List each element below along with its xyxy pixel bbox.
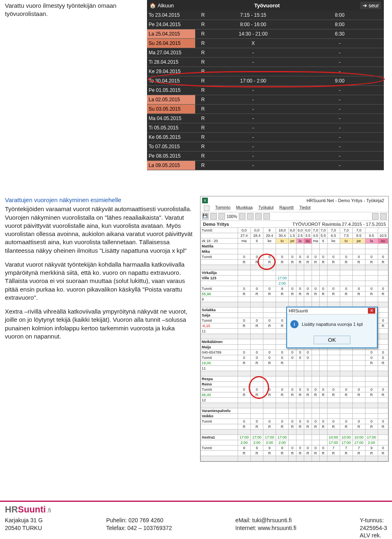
shift-row[interactable]: Ke 29.04.2015R-- [147,67,384,76]
menu-toiminto[interactable]: Toiminto [215,205,230,211]
footer-addr-1: Karjakuja 31 G [5,517,43,524]
mobile-title: Työvuorot [254,2,280,9]
footer-ytunnus-label: Y-tunnus: [360,517,387,524]
paragraph-2: Varatut vuorot näkyvät työntekijän kohda… [5,261,193,302]
tool-icon-7[interactable] [380,213,387,220]
home-icon: 🏠 [149,2,156,9]
shift-row[interactable]: Su 03.05.2015R-- [147,105,384,114]
menu-raportit[interactable]: Raportit [279,205,294,211]
shift-row[interactable]: Ma 27.04.2015R-- [147,48,384,58]
shift-row[interactable]: To 07.05.2015R-- [147,142,384,151]
menu-muokkaa[interactable]: Muokkaa [236,205,253,211]
shift-row[interactable]: Su 26.04.2015RX- [147,39,384,48]
footer-ytunnus-value: 2425954-3 [360,524,387,532]
arrow-right-icon: ➔ [363,2,367,9]
desktop-toolbar[interactable]: 💾 100% [200,212,388,221]
shift-row[interactable]: La 02.05.2015R-- [147,95,384,105]
ok-button[interactable]: OK [314,336,350,344]
tool-icon-3[interactable] [247,213,254,220]
footer-web: Internet: www.hrsuunti.fi [235,524,296,532]
info-modal: HRSuunti ✕ i Lisätty napattuna vuoroja 1… [286,307,378,348]
print-icon[interactable] [210,213,217,220]
shift-row[interactable]: La 25.04.2015R14:30 - 21:006:30 [147,29,384,39]
modal-message: Lisätty napattuna vuoroja 1 kpl [302,322,363,327]
section-heading: Varattujen vuorojen näkyminen esimiehell… [5,196,193,204]
menu-tyokalut[interactable]: Työkalut [258,205,274,211]
next-button[interactable]: ➔ seur [360,2,381,9]
save-icon[interactable]: 💾 [202,213,209,220]
shift-row[interactable]: Ma 04.05.2015R-- [147,114,384,123]
top-left-caption: Varattu vuoro ilmestyy työntekijän omaan… [5,2,140,18]
logo: HRSuunti.fi [5,504,51,514]
shift-row[interactable]: To 23.04.2015R7:15 - 15:158:00 [147,11,384,20]
desktop-screenshot: X HRSuunti Net - Demo Yritys - Työkirja2… [200,196,389,462]
next-label: seur [369,2,379,9]
footer-tel-2: Telefax: 042 – 103769372 [106,524,172,532]
shift-row[interactable]: Pe 24.04.2015R8:00 - 16:008:00 [147,20,384,29]
page-icon [204,205,209,211]
home-button[interactable]: 🏠 Alkuun [149,2,174,9]
footer-addr-2: 20540 TURKU [5,524,43,532]
shift-row[interactable]: To 30.04.2015R17:00 - 2:009:00 [147,76,384,86]
shift-list-table: To 23.04.2015R7:15 - 15:158:00Pe 24.04.2… [147,11,384,170]
tool-icon-2[interactable] [239,213,245,220]
tool-icon-5[interactable] [263,213,270,220]
info-icon: i [290,320,298,328]
home-label: Alkuun [158,2,174,9]
shift-row[interactable]: La 09.05.2015R-- [147,161,384,170]
company-name: Demo Yritys [203,222,229,227]
footer-mail: eMail: tuki@hrsuunti.fi [235,517,296,524]
tool-icon-4[interactable] [255,213,262,220]
tool-icon-6[interactable] [372,213,379,220]
main-text-block: Varattujen vuorojen näkyminen esimiehell… [5,196,193,346]
paragraph-3: Xextra –rivillä vihreällä katkoviivalla … [5,307,193,341]
footer-tel-1: Puhelin: 020 769 4260 [106,517,172,524]
menu-tiedot[interactable]: Tiedot [299,205,310,211]
close-icon[interactable]: ✕ [368,308,375,314]
desktop-window-title: HRSuunti Net - Demo Yritys - Työkirja2 [209,197,387,204]
shift-row[interactable]: Ke 06.05.2015R-- [147,133,384,142]
period-label: TYÖVUOROT Ravintola 27.4.2015 - 17.5.201… [292,222,386,227]
shift-row[interactable]: Ti 28.04.2015R-- [147,58,384,67]
tool-icon[interactable] [218,213,225,220]
modal-title: HRSuunti [289,308,308,313]
mobile-screenshot: 🏠 Alkuun Työvuorot ➔ seur To 23.04.2015R… [147,0,384,170]
excel-icon: X [202,198,208,203]
page-footer: HRSuunti.fi Karjakuja 31 G 20540 TURKU P… [0,501,392,539]
shift-row[interactable]: Pe 08.05.2015R-- [147,151,384,161]
desktop-menu-bar[interactable]: Toiminto Muokkaa Työkalut Raportit Tiedo… [200,205,388,212]
shift-row[interactable]: Ti 05.05.2015R-- [147,123,384,133]
paragraph-1: Työntekijöiden varaamat vuorot näkyvät a… [5,205,193,255]
zoom-value: 100% [227,214,237,219]
shift-row[interactable]: Pe 01.05.2015R-- [147,86,384,95]
footer-alv: ALV rek. [360,532,387,539]
